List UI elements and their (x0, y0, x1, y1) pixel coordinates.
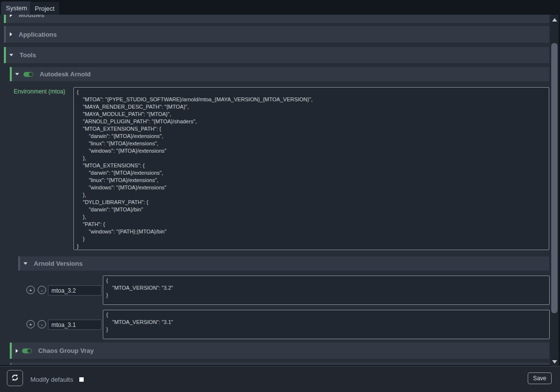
version-name-input[interactable] (48, 285, 102, 296)
refresh-icon (11, 373, 19, 383)
expanded-arrow-icon (15, 73, 19, 75)
footer-bar: Modify defaults Save (0, 366, 560, 392)
settings-window: System Project Modules Applications Tool… (0, 0, 560, 392)
toggle-knob (27, 349, 31, 353)
collapsed-arrow-icon (16, 349, 18, 353)
section-title-arnold-versions: Arnold Versions (34, 260, 83, 267)
version-name-input[interactable] (48, 320, 102, 330)
section-title-tools: Tools (20, 51, 36, 59)
section-header-partial[interactable] (10, 363, 549, 365)
add-version-button[interactable]: + (26, 286, 35, 294)
scrollbar-thumb[interactable] (551, 43, 558, 313)
section-header-arnold-versions[interactable]: Arnold Versions (18, 256, 549, 271)
arnold-version-row: + - { "MTOA_VERSION": "3.1" } (0, 310, 550, 339)
refresh-button[interactable] (7, 370, 23, 386)
vertical-scrollbar[interactable] (550, 15, 559, 366)
tab-project-label: Project (35, 5, 54, 12)
modify-defaults-label: Modify defaults (30, 376, 73, 383)
save-button[interactable]: Save (528, 372, 552, 384)
modify-defaults-group: Modify defaults (30, 367, 84, 392)
scrollbar-down-arrow-icon[interactable] (552, 360, 557, 364)
section-header-applications[interactable]: Applications (4, 26, 549, 43)
tab-project[interactable]: Project (30, 2, 59, 15)
section-header-chaos-group-vray[interactable]: Chaos Group Vray (10, 343, 549, 359)
collapsed-arrow-icon (10, 15, 12, 17)
section-title-applications: Applications (19, 31, 57, 38)
add-version-button[interactable]: + (26, 320, 35, 328)
expanded-arrow-icon (23, 262, 27, 265)
section-header-modules[interactable]: Modules (4, 15, 549, 23)
settings-scroll-area: Modules Applications Tools Autodesk Arno… (0, 15, 550, 365)
section-header-tools[interactable]: Tools (4, 47, 549, 63)
tab-system[interactable]: System (1, 1, 32, 15)
collapsed-arrow-icon (10, 32, 12, 36)
remove-version-button[interactable]: - (38, 286, 46, 294)
modify-defaults-checkbox[interactable] (79, 377, 84, 382)
section-header-autodesk-arnold[interactable]: Autodesk Arnold (10, 67, 549, 81)
version-json-editor[interactable]: { "MTOA_VERSION": "3.2" } (103, 276, 550, 305)
tab-bar: System Project (0, 0, 560, 15)
arnold-version-row: + - { "MTOA_VERSION": "3.2" } (0, 276, 550, 305)
arnold-enabled-toggle[interactable] (23, 72, 33, 77)
remove-version-button[interactable]: - (38, 320, 46, 328)
scrollbar-up-arrow-icon[interactable] (552, 18, 557, 22)
tab-system-label: System (6, 4, 27, 12)
environment-mtoa-json-editor[interactable]: { "MTOA": "{PYPE_STUDIO_SOFTWARE}/arnold… (73, 87, 549, 250)
environment-mtoa-label: Environment (mtoa) (14, 88, 65, 95)
expanded-arrow-icon (9, 54, 13, 56)
toggle-knob (29, 72, 33, 76)
vray-enabled-toggle[interactable] (22, 348, 32, 353)
section-title-modules: Modules (19, 15, 45, 19)
section-title-autodesk-arnold: Autodesk Arnold (40, 70, 91, 78)
section-title-chaos-group-vray: Chaos Group Vray (38, 347, 93, 354)
version-json-editor[interactable]: { "MTOA_VERSION": "3.1" } (103, 310, 550, 339)
